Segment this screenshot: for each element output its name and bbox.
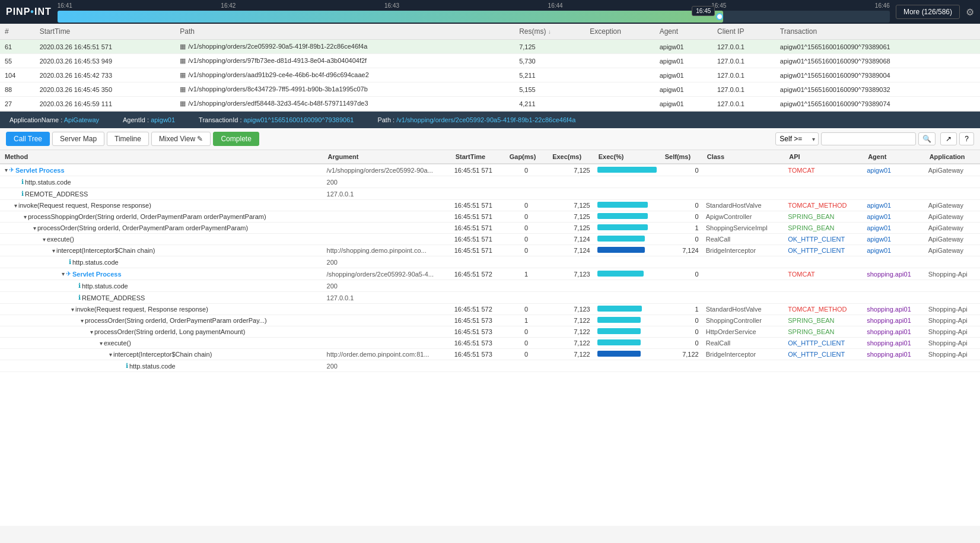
list-item[interactable]: ▾ intercept(Interceptor$Chain chain) htt… (0, 349, 980, 360)
list-item[interactable]: ▾ ✈ Servlet Process /v1/shopping/orders/… (0, 164, 980, 176)
expand-icon[interactable]: ▾ (90, 329, 93, 335)
table-row[interactable]: 27 2020.03.26 16:45:59 111 ▦/v1/shopping… (0, 97, 980, 111)
gap-cell (505, 256, 548, 268)
self-cell: 0 (660, 326, 702, 338)
method-cell: ▾ intercept(Interceptor$Chain chain) (0, 349, 323, 360)
gap-cell: 1 (505, 315, 548, 326)
expand-icon[interactable]: ▾ (62, 271, 65, 277)
exec-pct-cell (594, 292, 660, 304)
gear-icon[interactable]: ⚙ (966, 7, 974, 18)
method-name: http.status.code (25, 179, 71, 186)
table-row[interactable]: 88 2020.03.26 16:45:45 350 ▦/v1/shopping… (0, 82, 980, 97)
gap-cell: 0 (505, 326, 548, 338)
expand-icon[interactable]: ▾ (5, 167, 8, 173)
list-item[interactable]: ℹ REMOTE_ADDRESS 127.0.0.1 (0, 188, 980, 200)
col-num: # (0, 24, 35, 40)
exec-cell (548, 360, 594, 372)
timeline-bar[interactable]: 16:45 (58, 11, 890, 23)
list-item[interactable]: ℹ REMOTE_ADDRESS 127.0.0.1 (0, 292, 980, 304)
expand-icon[interactable]: ▾ (71, 306, 74, 313)
argument-cell (323, 223, 451, 234)
expand-icon[interactable]: ▾ (24, 214, 27, 220)
expand-icon[interactable]: ▾ (109, 351, 112, 358)
exec-cell (548, 280, 594, 292)
class-cell (702, 256, 785, 268)
tab-timeline[interactable]: Timeline (107, 132, 149, 146)
path-icon: ▦ (180, 43, 186, 50)
list-item[interactable]: ▾ ✈ Servlet Process /shopping/orders/2ce… (0, 268, 980, 280)
table-row[interactable]: 55 2020.03.26 16:45:53 949 ▦/v1/shopping… (0, 54, 980, 68)
expand-icon[interactable]: ▾ (100, 340, 103, 347)
gap-cell: 0 (505, 349, 548, 360)
expand-icon-btn[interactable]: ↗ (940, 132, 957, 145)
table-row[interactable]: 104 2020.03.26 16:45:42 733 ▦/v1/shoppin… (0, 68, 980, 82)
agent-cell (863, 176, 925, 188)
list-item[interactable]: ▾ processShoppingOrder(String orderId, O… (0, 211, 980, 223)
expand-icon[interactable]: ▾ (14, 202, 17, 209)
col-gap: Gap(ms) (505, 150, 548, 164)
more-button[interactable]: More (126/586) (896, 5, 960, 19)
timeline-label-1643: 16:43 (384, 2, 399, 9)
list-item[interactable]: ▾ execute() 16:45:51 573 0 7,122 0 RealC… (0, 338, 980, 349)
timeline-handle[interactable] (716, 13, 723, 20)
self-cell: 0 (660, 200, 702, 211)
cell-exception (585, 54, 654, 68)
argument-cell: 200 (323, 360, 451, 372)
list-item[interactable]: ▾ processOrder(String orderId, OrderPaym… (0, 315, 980, 326)
list-item[interactable]: ▾ intercept(Interceptor$Chain chain) htt… (0, 245, 980, 256)
filter-input[interactable] (821, 132, 916, 145)
tab-call-tree[interactable]: Call Tree (6, 132, 50, 146)
search-button[interactable]: 🔍 (918, 132, 936, 145)
cell-transaction: apigw01^15651600160090^79389004 (775, 68, 980, 82)
cell-num: 104 (0, 68, 35, 82)
filter-select-wrap: Self >= Exec >= Gap >= (775, 132, 819, 145)
transaction-table-container: # StartTime Path Res(ms) ↓ Exception Age… (0, 24, 980, 112)
list-item[interactable]: ▾ invoke(Request request, Response respo… (0, 200, 980, 211)
tab-server-map[interactable]: Server Map (52, 132, 104, 146)
gap-cell (505, 176, 548, 188)
table-row[interactable]: 61 2020.03.26 16:45:51 571 ▦/v1/shopping… (0, 40, 980, 54)
exec-cell (548, 256, 594, 268)
application-cell: Shopping-Api (925, 338, 980, 349)
tab-complete[interactable]: Complete (213, 132, 259, 146)
tabs-bar: Call Tree Server Map Timeline Mixed View… (0, 128, 980, 150)
cell-starttime: 2020.03.26 16:45:53 949 (35, 54, 175, 68)
expand-icon[interactable]: ▾ (43, 236, 46, 243)
filter-select[interactable]: Self >= Exec >= Gap >= (775, 132, 819, 145)
application-cell: ApiGateway (925, 223, 980, 234)
api-cell: OK_HTTP_CLIENT (784, 349, 863, 360)
list-item[interactable]: ▾ execute() 16:45:51 571 0 7,124 0 RealC… (0, 234, 980, 245)
tab-mixed-view[interactable]: Mixed View ✎ (151, 132, 211, 146)
starttime-cell (451, 176, 505, 188)
list-item[interactable]: ℹ http.status.code 200 (0, 280, 980, 292)
cell-path: ▦/v1/shopping/orders/edf58448-32d3-454c-… (175, 97, 514, 111)
timeline-label-1646: 16:46 (875, 2, 890, 9)
starttime-cell: 16:45:51 572 (451, 268, 505, 280)
call-tree-header: Method Argument StartTime Gap(ms) Exec(m… (0, 150, 980, 164)
list-item[interactable]: ℹ http.status.code 200 (0, 360, 980, 372)
list-item[interactable]: ▾ processOrder(String orderId, Long paym… (0, 326, 980, 338)
exec-cell: 7,125 (548, 223, 594, 234)
list-item[interactable]: ℹ http.status.code 200 (0, 256, 980, 268)
expand-icon[interactable]: ▾ (52, 247, 55, 254)
exec-pct-cell (594, 268, 660, 280)
timeline-labels: 16:41 16:42 16:43 16:44 16:45 16:46 (58, 2, 890, 9)
cell-exception (585, 40, 654, 54)
info-icon: ℹ (126, 362, 128, 370)
class-cell (702, 360, 785, 372)
api-cell: OK_HTTP_CLIENT (784, 234, 863, 245)
exec-pct-cell (594, 164, 660, 176)
self-cell: 0 (660, 234, 702, 245)
method-name: processShoppingOrder(String orderId, Ord… (28, 213, 266, 220)
app-name-label: ApplicationName : ApiGateway (9, 116, 99, 123)
call-tree-table: Method Argument StartTime Gap(ms) Exec(m… (0, 150, 980, 372)
argument-cell (323, 234, 451, 245)
help-icon-btn[interactable]: ? (959, 132, 974, 145)
list-item[interactable]: ▾ processOrder(String orderId, OrderPaym… (0, 223, 980, 234)
list-item[interactable]: ▾ invoke(Request request, Response respo… (0, 304, 980, 315)
list-item[interactable]: ℹ http.status.code 200 (0, 176, 980, 188)
col-starttime: StartTime (35, 24, 175, 40)
txn-header-row: # StartTime Path Res(ms) ↓ Exception Age… (0, 24, 980, 40)
expand-icon[interactable]: ▾ (33, 225, 36, 231)
expand-icon[interactable]: ▾ (81, 317, 84, 324)
